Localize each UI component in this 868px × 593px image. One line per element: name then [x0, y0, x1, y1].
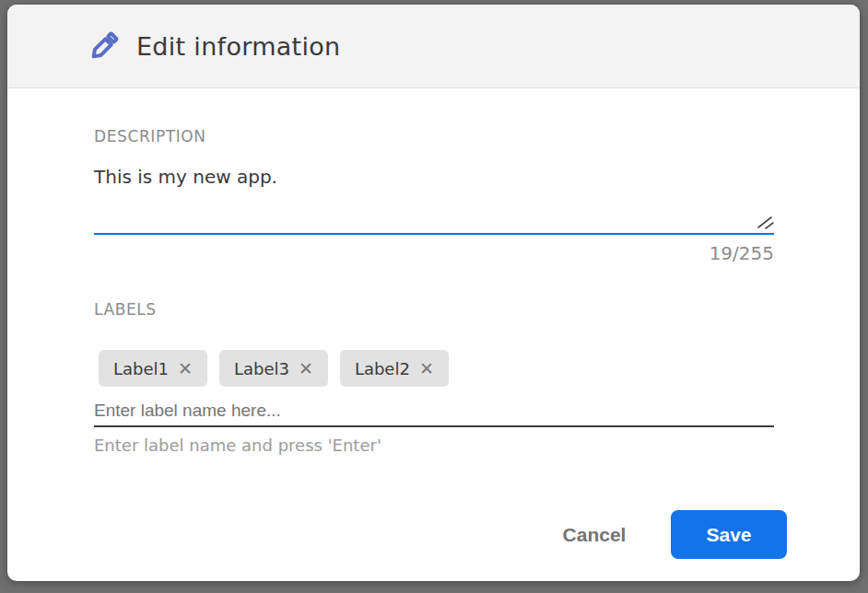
label-chip-text: Label2	[355, 359, 410, 378]
labels-label: LABELS	[94, 300, 157, 319]
pencil-icon	[83, 26, 124, 67]
remove-label-icon[interactable]: ✕	[419, 360, 434, 378]
label-chip-text: Label1	[113, 359, 169, 378]
label-input-helper-text: Enter label name and press 'Enter'	[94, 436, 381, 455]
label-name-input[interactable]	[94, 395, 774, 425]
label-chip: Label3 ✕	[219, 350, 328, 387]
remove-label-icon[interactable]: ✕	[299, 360, 313, 378]
description-textarea[interactable]: This is my new app.	[94, 152, 774, 233]
remove-label-icon[interactable]: ✕	[178, 360, 193, 378]
description-focus-underline	[94, 233, 774, 235]
textarea-resize-grip-icon[interactable]	[756, 215, 776, 231]
dialog-title: Edit information	[136, 5, 341, 88]
label-chip: Label1 ✕	[99, 350, 207, 387]
label-input-underline	[94, 425, 774, 427]
label-chip-text: Label3	[234, 359, 289, 378]
cancel-button[interactable]: Cancel	[545, 517, 644, 553]
dialog-header: Edit information	[7, 5, 860, 88]
character-counter: 19/255	[94, 242, 774, 264]
save-button[interactable]: Save	[671, 510, 787, 559]
label-chips-row: Label1 ✕ Label3 ✕ Label2 ✕	[99, 350, 449, 387]
description-label: DESCRIPTION	[94, 127, 206, 145]
edit-information-dialog: Edit information DESCRIPTION This is my …	[7, 5, 860, 581]
label-chip: Label2 ✕	[340, 350, 449, 387]
